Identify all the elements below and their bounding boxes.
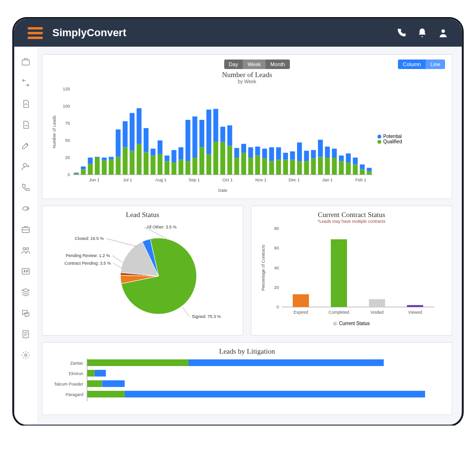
svg-rect-91	[339, 161, 344, 175]
lead-status-title: Lead Status	[49, 211, 236, 219]
svg-rect-36	[144, 128, 149, 152]
svg-text:40: 40	[274, 266, 279, 270]
svg-text:100: 100	[63, 104, 70, 109]
svg-rect-63	[241, 153, 246, 175]
svg-rect-39	[158, 154, 162, 175]
svg-text:125: 125	[63, 87, 70, 91]
sidebar-doc-bars-icon[interactable]	[14, 114, 37, 135]
content-area: Day Week Month Column Line Number of Lea…	[37, 47, 462, 425]
sidebar-ad-icon[interactable]	[14, 261, 37, 282]
svg-rect-65	[248, 158, 253, 175]
sidebar-phone-icon[interactable]	[14, 177, 37, 198]
svg-rect-20	[88, 158, 93, 164]
legend-qualified: Qualified	[383, 139, 402, 144]
svg-rect-61	[234, 158, 239, 175]
sidebar-briefcase2-icon[interactable]	[14, 219, 37, 240]
svg-rect-93	[346, 162, 351, 175]
svg-rect-32	[129, 113, 134, 150]
bell-icon[interactable]	[417, 28, 427, 38]
svg-rect-24	[102, 158, 107, 160]
svg-text:Jan 1: Jan 1	[322, 178, 333, 182]
svg-rect-97	[360, 169, 365, 175]
chart-type-line-button[interactable]: Line	[426, 60, 445, 69]
svg-rect-45	[178, 159, 183, 175]
svg-rect-72	[269, 147, 274, 161]
hamburger-icon[interactable]	[28, 27, 43, 39]
period-week-button[interactable]: Week	[243, 60, 266, 69]
svg-rect-48	[186, 120, 190, 161]
period-day-button[interactable]: Day	[224, 60, 243, 69]
svg-rect-69	[262, 158, 267, 175]
svg-text:Contract Pending: 3.5 %: Contract Pending: 3.5 %	[64, 261, 111, 266]
svg-rect-40	[158, 140, 162, 154]
svg-text:0: 0	[277, 305, 279, 309]
svg-rect-43	[171, 162, 176, 175]
sidebar-briefcase-icon[interactable]	[14, 51, 37, 72]
svg-rect-54	[207, 109, 211, 154]
svg-rect-148	[87, 391, 125, 397]
svg-rect-47	[186, 161, 190, 175]
sidebar-users-icon[interactable]	[14, 240, 37, 261]
svg-text:Viewed: Viewed	[408, 310, 422, 315]
svg-rect-30	[123, 121, 128, 148]
svg-rect-80	[297, 142, 302, 161]
svg-text:Expired: Expired	[294, 310, 308, 315]
svg-rect-35	[144, 152, 149, 175]
sidebar-add-user-icon[interactable]	[14, 156, 37, 177]
svg-text:Dec 1: Dec 1	[288, 178, 300, 182]
header: SimplyConvert	[14, 19, 462, 47]
sidebar-chat-icon[interactable]	[14, 303, 37, 324]
svg-text:50: 50	[65, 138, 70, 143]
period-month-button[interactable]: Month	[266, 60, 290, 69]
sidebar-share-icon[interactable]	[14, 198, 37, 219]
svg-rect-140	[188, 359, 384, 366]
sidebar-edit-icon[interactable]	[14, 135, 37, 156]
app-title: SimplyConvert	[52, 27, 126, 39]
svg-rect-29	[123, 147, 128, 175]
svg-text:Percentage of Contracts: Percentage of Contracts	[261, 244, 266, 291]
svg-rect-135	[407, 305, 423, 307]
user-icon[interactable]	[438, 28, 448, 38]
contract-status-title: Current Contract Status	[258, 211, 445, 219]
svg-rect-23	[102, 160, 107, 175]
sidebar-doc-chart-icon[interactable]	[14, 93, 37, 114]
svg-rect-44	[171, 150, 176, 162]
svg-rect-95	[353, 164, 357, 175]
svg-rect-77	[290, 159, 295, 175]
svg-text:Talcum Powder: Talcum Powder	[54, 382, 83, 387]
svg-rect-38	[150, 149, 155, 155]
phone-icon[interactable]	[396, 28, 407, 38]
svg-text:Sep 1: Sep 1	[188, 178, 200, 182]
svg-rect-88	[325, 147, 330, 158]
sidebar-list-icon[interactable]	[14, 324, 37, 345]
contract-status-footnote: *Leads may have multiple contracts	[258, 219, 445, 224]
svg-text:Oct 1: Oct 1	[222, 178, 233, 182]
leads-chart: 0255075100125Jun 1Jul 1Aug 1Sep 1Oct 1No…	[49, 84, 377, 194]
app-window: SimplyConvert	[13, 18, 463, 426]
svg-rect-21	[95, 158, 99, 175]
sidebar-gear-icon[interactable]	[14, 345, 37, 366]
svg-rect-142	[87, 370, 95, 377]
svg-rect-74	[276, 147, 281, 159]
svg-text:Completed: Completed	[328, 310, 349, 315]
sidebar-layers-icon[interactable]	[14, 282, 37, 303]
svg-point-5	[26, 248, 29, 250]
svg-rect-56	[213, 109, 218, 142]
svg-text:25: 25	[65, 155, 70, 160]
svg-text:80: 80	[274, 226, 279, 231]
chart-type-column-button[interactable]: Column	[398, 60, 426, 69]
svg-rect-26	[109, 157, 113, 160]
svg-rect-70	[262, 149, 267, 158]
svg-text:Jun 1: Jun 1	[89, 178, 99, 182]
svg-rect-58	[220, 127, 225, 142]
svg-rect-73	[276, 159, 281, 175]
svg-rect-53	[207, 154, 211, 175]
sidebar-flow-icon[interactable]	[14, 72, 37, 93]
svg-point-4	[23, 248, 25, 250]
svg-rect-81	[304, 161, 309, 175]
svg-rect-90	[332, 149, 337, 158]
svg-rect-52	[199, 120, 204, 148]
svg-rect-83	[311, 158, 316, 175]
sidebar	[14, 47, 37, 425]
svg-text:Closed: 16.5 %: Closed: 16.5 %	[75, 236, 104, 241]
